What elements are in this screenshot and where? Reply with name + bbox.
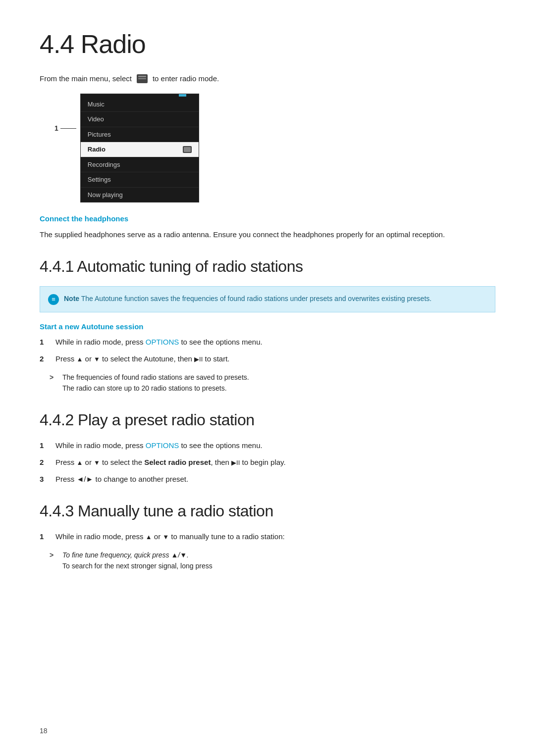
intro-text-after: to enter radio mode. (153, 73, 219, 85)
preset-step-2: 2 Press ▲ or ▼ to select the Select radi… (40, 456, 495, 468)
radio-selected-icon (183, 146, 192, 153)
manual-step-1: 1 While in radio mode, press ▲ or ▼ to m… (40, 531, 495, 543)
prev-next-arrows: ◄/► (77, 475, 94, 483)
connect-headphones-heading: Connect the headphones (40, 213, 495, 225)
menu-item-music-label: Music (88, 100, 105, 109)
manual-step-number-1: 1 (40, 531, 50, 543)
sub-content-1: The frequencies of found radio stations … (62, 372, 495, 394)
step-2-content: Press ▲ or ▼ to select the Autotune, the… (55, 353, 495, 365)
menu-item-pictures-label: Pictures (88, 130, 111, 140)
menu-item-radio-label: Radio (88, 145, 106, 154)
page-title: 4.4 Radio (40, 25, 495, 63)
arrow-down-1: ▼ (94, 355, 100, 363)
arrow-up-3: ▲ (146, 533, 152, 541)
device-menu: Music Video Pictures Radio Recordings Se… (80, 94, 199, 203)
menu-label-number: 1 (54, 123, 58, 134)
section-443: 4.4.3 Manually tune a radio station 1 Wh… (40, 499, 495, 572)
preset-step-3: 3 Press ◄/► to change to another preset. (40, 473, 495, 485)
select-radio-preset-bold: Select radio preset (144, 458, 211, 466)
device-top-indicator (179, 94, 186, 97)
menu-item-settings-label: Settings (88, 175, 111, 185)
play-pause-2: ▶II (231, 459, 240, 466)
section-442-title: 4.4.2 Play a preset radio station (40, 408, 495, 432)
options-keyword-2: OPTIONS (146, 441, 179, 450)
autotune-step-2: 2 Press ▲ or ▼ to select the Autotune, t… (40, 353, 495, 365)
note-label: Note (64, 295, 79, 302)
arrow-down-3: ▼ (162, 533, 169, 541)
intro-text-before: From the main menu, select (40, 73, 132, 85)
preset-step-number-2: 2 (40, 456, 50, 468)
note-content: Note The Autotune function saves the fre… (64, 294, 487, 304)
menu-item-video: Video (81, 112, 199, 127)
menu-item-settings: Settings (81, 172, 199, 188)
preset-step-number-1: 1 (40, 440, 50, 452)
preset-step-1-content: While in radio mode, press OPTIONS to se… (55, 440, 495, 452)
preset-step-1: 1 While in radio mode, press OPTIONS to … (40, 440, 495, 452)
step-number-1: 1 (40, 336, 50, 348)
preset-step-3-content: Press ◄/► to change to another preset. (55, 473, 495, 485)
autotune-sub-note: > The frequencies of found radio station… (50, 372, 495, 394)
autotune-step-1: 1 While in radio mode, press OPTIONS to … (40, 336, 495, 348)
autotune-subheading: Start a new Autotune session (40, 321, 495, 333)
sub-arrow-2: > (50, 550, 57, 572)
manual-sub-note: > To fine tune frequency, quick press ▲/… (50, 550, 495, 572)
note-text: The Autotune function saves the frequenc… (81, 295, 431, 302)
device-wrapper: 1 Music Video Pictures Radio (54, 94, 199, 203)
page-number: 18 (40, 726, 48, 736)
connect-headphones-body: The supplied headphones serve as a radio… (40, 229, 495, 241)
options-keyword-1: OPTIONS (146, 338, 179, 346)
note-icon: ≡ (48, 294, 59, 305)
autotune-steps: 1 While in radio mode, press OPTIONS to … (40, 336, 495, 365)
radio-menu-icon (137, 74, 148, 83)
preset-step-2-content: Press ▲ or ▼ to select the Select radio … (55, 456, 495, 468)
manual-step-1-content: While in radio mode, press ▲ or ▼ to man… (55, 531, 495, 543)
menu-item-video-label: Video (88, 114, 104, 124)
section-443-title: 4.4.3 Manually tune a radio station (40, 499, 495, 523)
arrow-line (60, 128, 76, 129)
section-441-title: 4.4.1 Automatic tuning of radio stations (40, 254, 495, 278)
section-441: 4.4.1 Automatic tuning of radio stations… (40, 254, 495, 394)
arrow-down-2: ▼ (94, 459, 100, 466)
preset-steps: 1 While in radio mode, press OPTIONS to … (40, 440, 495, 485)
intro-paragraph: From the main menu, select to enter radi… (40, 73, 495, 85)
menu-item-nowplaying-label: Now playing (88, 190, 123, 200)
note-box-441: ≡ Note The Autotune function saves the f… (40, 286, 495, 312)
arrow-up-2: ▲ (77, 459, 83, 466)
device-menu-container: 1 Music Video Pictures Radio (54, 94, 495, 203)
menu-item-music: Music (81, 97, 199, 112)
step-number-2: 2 (40, 353, 50, 365)
manual-steps: 1 While in radio mode, press ▲ or ▼ to m… (40, 531, 495, 543)
connect-headphones-section: Connect the headphones The supplied head… (40, 213, 495, 241)
section-442: 4.4.2 Play a preset radio station 1 Whil… (40, 408, 495, 485)
preset-step-number-3: 3 (40, 473, 50, 485)
arrow-up-1: ▲ (77, 355, 83, 363)
menu-item-recordings: Recordings (81, 157, 199, 173)
menu-item-recordings-label: Recordings (88, 160, 120, 170)
step-1-content: While in radio mode, press OPTIONS to se… (55, 336, 495, 348)
fine-tune-italic: To fine tune frequency, quick press ▲/▼. (62, 551, 189, 559)
menu-item-radio: Radio (81, 142, 199, 157)
page-container: 4.4 Radio From the main menu, select to … (40, 25, 495, 572)
sub-arrow-1: > (50, 372, 57, 394)
menu-item-pictures: Pictures (81, 127, 199, 143)
play-pause-1: ▶II (194, 355, 203, 363)
sub-content-2: To fine tune frequency, quick press ▲/▼.… (62, 550, 495, 572)
menu-item-nowplaying: Now playing (81, 188, 199, 202)
menu-label-area: 1 (54, 94, 78, 134)
